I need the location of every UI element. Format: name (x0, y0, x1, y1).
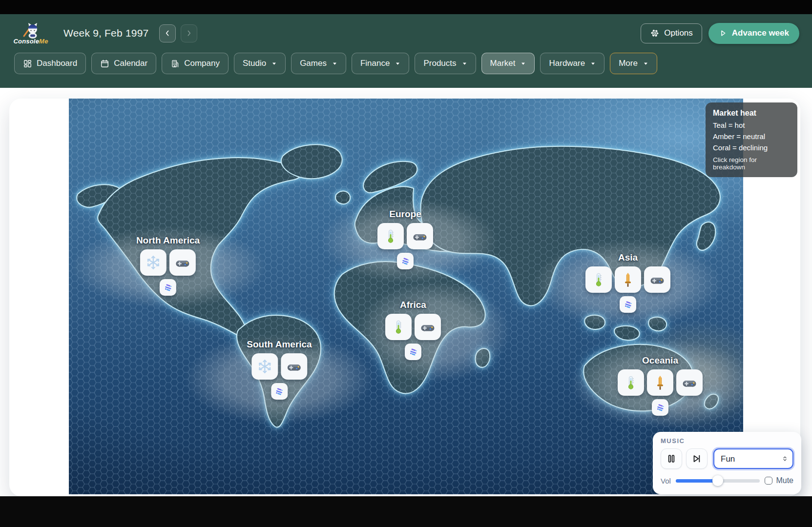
tab-label: Finance (360, 59, 390, 68)
gamepad-icon (286, 359, 302, 374)
music-controls: Fun (661, 448, 793, 469)
region-badge-thermometer[interactable] (585, 266, 612, 293)
region-badge-row (585, 266, 670, 293)
caret-down-icon (643, 61, 648, 66)
music-panel-title: MUSIC (661, 437, 793, 445)
region-label: Asia (618, 252, 638, 263)
region-badge-dash[interactable] (160, 279, 176, 296)
world-market-map: North AmericaEuropeAfricaSouth AmericaAs… (69, 99, 743, 494)
chevron-right-icon (185, 29, 193, 37)
consoleme-mascot-icon (20, 21, 42, 39)
region-oceania[interactable]: Oceania (618, 355, 703, 416)
region-badge-row (251, 353, 307, 380)
tab-label: Market (490, 59, 516, 68)
region-badge-thermometer[interactable] (618, 369, 644, 396)
region-south-america[interactable]: South America (247, 339, 312, 400)
volume-thumb[interactable] (712, 475, 723, 486)
tab-calendar[interactable]: Calendar (91, 53, 156, 74)
region-europe[interactable]: Europe (377, 209, 433, 269)
pause-button[interactable] (661, 448, 682, 469)
tab-finance[interactable]: Finance (352, 53, 409, 74)
region-badge-thermometer[interactable] (385, 314, 412, 340)
caret-down-icon (521, 61, 526, 66)
region-badge-dash[interactable] (271, 383, 288, 400)
gamepad-icon (649, 272, 665, 287)
tab-dashboard[interactable]: Dashboard (14, 53, 86, 74)
mute-checkbox[interactable] (765, 477, 772, 485)
region-badge-sword[interactable] (615, 266, 641, 293)
dash-icon (274, 386, 284, 397)
app-header: ConsoleMe Week 9, Feb 1997 Options Advan… (0, 14, 812, 88)
grid-icon (23, 59, 32, 68)
building-icon (170, 59, 180, 68)
tab-studio[interactable]: Studio (234, 53, 286, 74)
region-label: Africa (400, 300, 426, 310)
legend-lines: Teal = hotAmber = neutralCoral = declini… (713, 121, 790, 152)
options-button-label: Options (664, 28, 693, 38)
dash-icon (163, 283, 173, 293)
thermometer-icon (623, 375, 639, 390)
region-label: Europe (389, 209, 421, 220)
track-select-wrap: Fun (713, 448, 793, 469)
tab-more[interactable]: More (610, 53, 657, 74)
chevron-left-icon (164, 29, 171, 37)
window-letterbox-top (0, 0, 812, 14)
region-badge-gamepad[interactable] (676, 369, 703, 396)
gear-icon (650, 28, 660, 38)
tab-hardware[interactable]: Hardware (540, 53, 604, 74)
region-badge-snowflake[interactable] (140, 249, 167, 276)
region-africa[interactable]: Africa (385, 300, 441, 360)
snowflake-icon (257, 359, 272, 374)
tab-market[interactable]: Market (481, 53, 535, 74)
window-letterbox-bottom (0, 496, 812, 527)
volume-label: Vol (661, 477, 671, 485)
legend-footer: Click region for breakdown (713, 156, 790, 171)
region-label: South America (247, 339, 312, 350)
region-badge-dash[interactable] (620, 296, 636, 313)
region-badge-snowflake[interactable] (251, 353, 278, 380)
sword-icon (652, 375, 668, 390)
tab-label: Games (300, 59, 327, 68)
region-badge-dash[interactable] (652, 399, 668, 416)
region-badge-thermometer[interactable] (377, 223, 404, 249)
volume-slider[interactable] (676, 475, 760, 486)
main-content: North AmericaEuropeAfricaSouth AmericaAs… (0, 88, 812, 496)
tab-games[interactable]: Games (291, 53, 346, 74)
region-badge-dash[interactable] (397, 253, 414, 269)
caret-down-icon (332, 61, 337, 66)
region-badge-gamepad[interactable] (644, 266, 670, 293)
region-badge-sword[interactable] (647, 369, 673, 396)
region-label: Oceania (642, 355, 678, 366)
week-navigation (159, 24, 197, 42)
tab-company[interactable]: Company (162, 53, 229, 74)
region-north-america[interactable]: North America (136, 235, 200, 296)
legend-title: Market heat (713, 109, 790, 118)
volume-fill (676, 479, 718, 483)
options-button[interactable]: Options (641, 23, 702, 43)
tab-label: Products (423, 59, 456, 68)
caret-down-icon (395, 61, 400, 66)
region-badge-dash[interactable] (405, 344, 421, 360)
dash-icon (400, 256, 411, 266)
pause-icon (666, 453, 677, 464)
region-badge-gamepad[interactable] (169, 249, 196, 276)
region-badge-gamepad[interactable] (415, 314, 441, 340)
advance-week-label: Advance week (732, 28, 789, 38)
next-track-button[interactable] (686, 448, 708, 469)
region-badge-row (618, 369, 703, 396)
next-week-button[interactable] (181, 24, 197, 42)
region-badge-gamepad[interactable] (281, 353, 307, 380)
mute-control[interactable]: Mute (765, 476, 793, 485)
region-asia[interactable]: Asia (585, 252, 670, 313)
app-logo: ConsoleMe (15, 21, 47, 45)
legend-line: Teal = hot (713, 121, 790, 129)
brand-accent: Me (39, 38, 48, 45)
advance-week-button[interactable]: Advance week (708, 23, 799, 44)
gamepad-icon (412, 228, 428, 244)
tab-label: Dashboard (37, 59, 77, 68)
gamepad-icon (420, 319, 436, 335)
tab-products[interactable]: Products (415, 53, 476, 74)
music-track-select[interactable]: Fun (713, 448, 793, 469)
region-badge-gamepad[interactable] (407, 223, 433, 249)
prev-week-button[interactable] (159, 24, 176, 42)
